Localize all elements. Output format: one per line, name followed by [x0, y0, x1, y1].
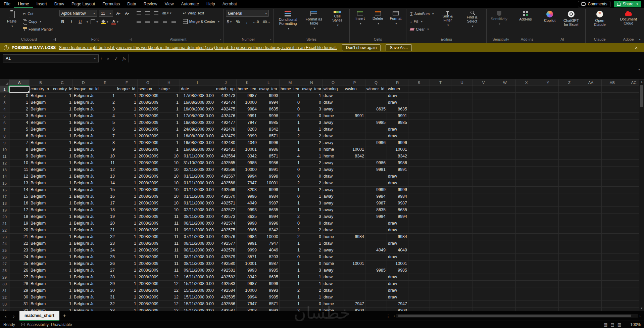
- cell-B8[interactable]: Belgium: [30, 133, 52, 140]
- column-header-T[interactable]: T: [430, 80, 451, 86]
- cell-H28[interactable]: 11: [158, 267, 180, 274]
- menu-tab-view[interactable]: View: [161, 0, 178, 8]
- row-header-25[interactable]: 25: [0, 247, 9, 254]
- cell-A26[interactable]: 24: [9, 254, 30, 261]
- cell-C3[interactable]: 1: [52, 99, 73, 106]
- column-header-M[interactable]: M: [280, 80, 301, 86]
- cell-V22[interactable]: [473, 227, 494, 234]
- cell-C2[interactable]: 1: [52, 93, 73, 99]
- cell-F9[interactable]: 1: [116, 140, 138, 146]
- cell-Q27[interactable]: [365, 261, 387, 267]
- cell-N4[interactable]: 3: [301, 106, 323, 113]
- cell-A12[interactable]: 10: [9, 160, 30, 167]
- cell-E33[interactable]: 32: [94, 301, 116, 308]
- cell-L33[interactable]: 8571: [258, 301, 280, 308]
- cell-Z14[interactable]: [559, 173, 580, 180]
- formula-bar-collapse-icon[interactable]: ▾: [638, 67, 640, 71]
- cell-M25[interactable]: 1: [280, 247, 301, 254]
- cell-W2[interactable]: [494, 93, 516, 99]
- cell-D13[interactable]: Belgium Ju: [73, 167, 94, 173]
- cell-E10[interactable]: 9: [94, 146, 116, 153]
- cell-E30[interactable]: 29: [94, 281, 116, 287]
- cell-AA27[interactable]: [580, 261, 602, 267]
- increase-indent-button[interactable]: [170, 18, 177, 25]
- cell-C12[interactable]: 1: [52, 160, 73, 167]
- cell-T32[interactable]: [430, 294, 451, 301]
- cell-S23[interactable]: [408, 234, 430, 240]
- cell-J16[interactable]: 492569: [215, 187, 237, 193]
- cell-H17[interactable]: 10: [158, 193, 180, 200]
- cell-O32[interactable]: draw: [323, 294, 344, 301]
- cell-Z23[interactable]: [559, 234, 580, 240]
- cell-B11[interactable]: Belgium: [30, 153, 52, 160]
- cell-S4[interactable]: [408, 106, 430, 113]
- insert-cells-button[interactable]: Insert ▾: [352, 10, 368, 27]
- cell-I16[interactable]: 01/11/2008 0:00: [180, 187, 215, 193]
- cell-K27[interactable]: 10001: [237, 261, 258, 267]
- cell-X22[interactable]: [516, 227, 537, 234]
- cell-S18[interactable]: [408, 200, 430, 207]
- cell-Z13[interactable]: [559, 167, 580, 173]
- cell-Z17[interactable]: [559, 193, 580, 200]
- cell-X14[interactable]: [516, 173, 537, 180]
- cell-C22[interactable]: 1: [52, 227, 73, 234]
- cell-H5[interactable]: 1: [158, 113, 180, 120]
- cell-W3[interactable]: [494, 99, 516, 106]
- insert-function-icon[interactable]: fx: [120, 56, 128, 61]
- cell-Q25[interactable]: 4049: [365, 247, 387, 254]
- cell-U17[interactable]: [451, 193, 473, 200]
- cell-AB11[interactable]: [602, 153, 623, 160]
- cell-U19[interactable]: [451, 207, 473, 214]
- cell-R23[interactable]: 9984: [387, 234, 408, 240]
- cell-L14[interactable]: 9998: [258, 173, 280, 180]
- cell-C18[interactable]: 1: [52, 200, 73, 207]
- cell-Z19[interactable]: [559, 207, 580, 214]
- row-header-19[interactable]: 19: [0, 207, 9, 214]
- cell-A24[interactable]: 22: [9, 240, 30, 247]
- cell-F20[interactable]: 1: [116, 214, 138, 220]
- conditional-formatting-button[interactable]: Conditional Formatting ▾: [276, 10, 300, 32]
- cell-A31[interactable]: 29: [9, 287, 30, 294]
- cell-A16[interactable]: 14: [9, 187, 30, 193]
- cell-I25[interactable]: 08/11/2008 0:00: [180, 247, 215, 254]
- cell-M9[interactable]: 1: [280, 140, 301, 146]
- cell-B3[interactable]: Belgium: [30, 99, 52, 106]
- cell-Y19[interactable]: [537, 207, 559, 214]
- cell-Y23[interactable]: [537, 234, 559, 240]
- dialog-launcher-icon[interactable]: ↘: [53, 38, 56, 41]
- grow-font-button[interactable]: A▴: [115, 10, 122, 17]
- cell-C5[interactable]: 1: [52, 113, 73, 120]
- cell-I15[interactable]: 01/11/2008 0:00: [180, 180, 215, 187]
- cell-Z27[interactable]: [559, 261, 580, 267]
- cell-AB19[interactable]: [602, 207, 623, 214]
- menu-tab-file[interactable]: File: [0, 0, 14, 8]
- row-header-8[interactable]: 8: [0, 133, 9, 140]
- menu-tab-help[interactable]: Help: [203, 0, 219, 8]
- cell-N13[interactable]: 2: [301, 167, 323, 173]
- cell-B27[interactable]: Belgium: [30, 261, 52, 267]
- cell-E11[interactable]: 10: [94, 153, 116, 160]
- cell-D8[interactable]: Belgium Ju: [73, 133, 94, 140]
- cell-D7[interactable]: Belgium Ju: [73, 126, 94, 133]
- cell-P24[interactable]: [344, 240, 365, 247]
- cell-J21[interactable]: 492574: [215, 220, 237, 227]
- cell-C32[interactable]: 1: [52, 294, 73, 301]
- cut-button[interactable]: ✂Cut: [21, 10, 54, 17]
- cell-F29[interactable]: 1: [116, 274, 138, 281]
- cell-AA32[interactable]: [580, 294, 602, 301]
- cell-B16[interactable]: Belgium: [30, 187, 52, 193]
- cell-X28[interactable]: [516, 267, 537, 274]
- cell-E21[interactable]: 20: [94, 220, 116, 227]
- increase-decimal-button[interactable]: ←.0: [252, 18, 259, 25]
- cell-X29[interactable]: [516, 274, 537, 281]
- cell-D26[interactable]: Belgium Ju: [73, 254, 94, 261]
- cell-N5[interactable]: 0: [301, 113, 323, 120]
- cell-E28[interactable]: 27: [94, 267, 116, 274]
- cell-L31[interactable]: 9993: [258, 287, 280, 294]
- cell-C24[interactable]: 1: [52, 240, 73, 247]
- cell-N29[interactable]: 1: [301, 274, 323, 281]
- column-header-A[interactable]: A: [9, 80, 30, 86]
- cell-AB28[interactable]: [602, 267, 623, 274]
- chatgpt-button[interactable]: ChatGPT for Excel: [559, 10, 583, 28]
- cell-P32[interactable]: [344, 294, 365, 301]
